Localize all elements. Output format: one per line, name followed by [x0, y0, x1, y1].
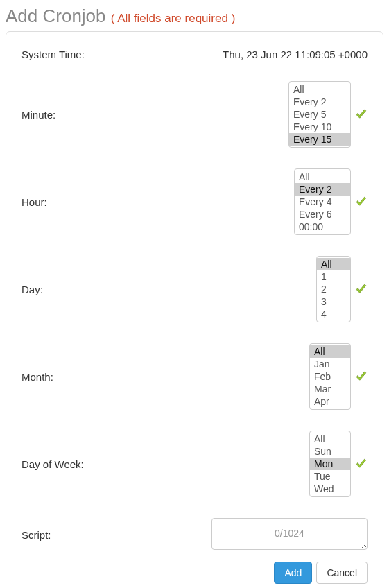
row-hour: Hour: AllEvery 2Every 4Every 600:00: [21, 168, 368, 235]
page-title: Add Cronjob ( All fields are required ): [6, 6, 383, 27]
check-icon: [355, 458, 368, 470]
label-day-of-week: Day of Week:: [21, 458, 126, 470]
select-month[interactable]: AllJanFebMarApr: [309, 343, 351, 410]
row-system-time: System Time: Thu, 23 Jun 22 11:09:05 +00…: [21, 49, 368, 60]
label-day: Day:: [21, 284, 126, 295]
row-day: Day: All1234: [21, 256, 368, 322]
check-icon: [355, 283, 368, 295]
check-icon: [355, 108, 368, 121]
form-actions: Add Cancel: [21, 562, 368, 584]
label-month: Month:: [21, 371, 126, 383]
select-hour[interactable]: AllEvery 2Every 4Every 600:00: [294, 168, 351, 235]
row-day-of-week: Day of Week: AllSunMonTueWed: [21, 431, 368, 497]
row-minute: Minute: AllEvery 2Every 5Every 10Every 1…: [21, 81, 368, 148]
form-panel: System Time: Thu, 23 Jun 22 11:09:05 +00…: [6, 31, 383, 588]
select-day-of-week[interactable]: AllSunMonTueWed: [309, 431, 351, 497]
add-button[interactable]: Add: [274, 562, 312, 584]
row-month: Month: AllJanFebMarApr: [21, 343, 368, 410]
row-script: Script: 0/1024: [21, 518, 368, 552]
select-minute[interactable]: AllEvery 2Every 5Every 10Every 15: [288, 81, 351, 148]
select-day[interactable]: All1234: [316, 256, 351, 322]
title-text: Add Cronjob: [6, 6, 106, 26]
label-minute: Minute:: [21, 109, 126, 121]
label-hour: Hour:: [21, 196, 126, 208]
label-script: Script:: [21, 529, 126, 541]
required-note: ( All fields are required ): [111, 12, 236, 25]
label-system-time: System Time:: [21, 49, 126, 60]
cancel-button[interactable]: Cancel: [316, 562, 368, 584]
check-icon: [355, 196, 368, 208]
value-system-time: Thu, 23 Jun 22 11:09:05 +0000: [223, 49, 368, 60]
check-icon: [355, 370, 368, 383]
script-input[interactable]: [211, 518, 368, 550]
